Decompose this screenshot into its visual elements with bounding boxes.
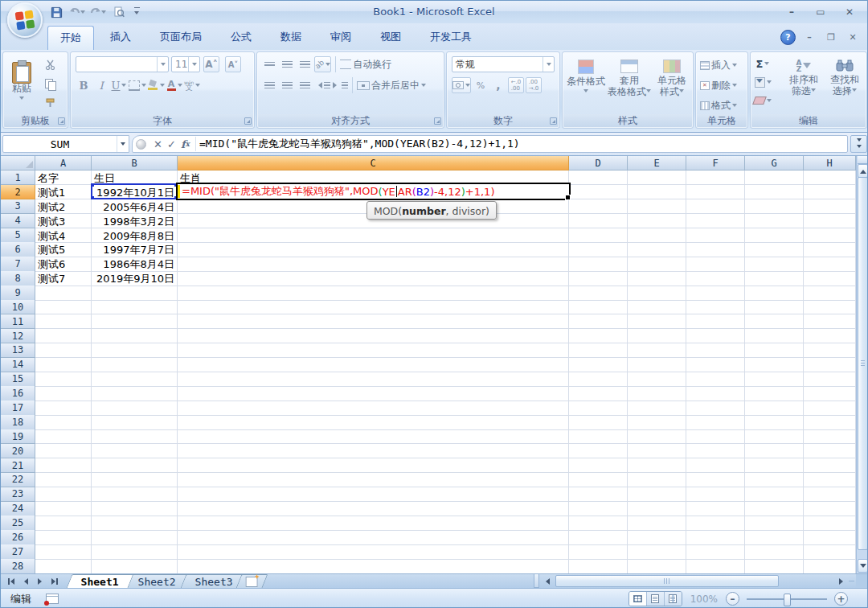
cell-E2[interactable]	[628, 185, 686, 199]
insert-function-button[interactable]: fx	[178, 137, 192, 151]
cell-B8[interactable]: 2019年9月10日	[92, 271, 178, 286]
cell-A17[interactable]	[35, 401, 92, 415]
cell-E13[interactable]	[628, 343, 686, 358]
normal-view-button[interactable]	[629, 592, 646, 606]
cell-F19[interactable]	[686, 429, 745, 444]
clipboard-dialog-launcher[interactable]	[58, 117, 65, 125]
cell-C14[interactable]	[178, 358, 569, 372]
cell-D11[interactable]	[569, 314, 628, 329]
decrease-decimal-button[interactable]: .00→.0	[526, 77, 542, 93]
cell-D13[interactable]	[569, 343, 628, 358]
cell-G23[interactable]	[745, 487, 804, 502]
qat-customize-button[interactable]	[131, 4, 142, 20]
row-header-8[interactable]: 8	[1, 271, 35, 286]
cell-E9[interactable]	[628, 286, 686, 300]
cell-A23[interactable]	[35, 487, 92, 502]
cell-B24[interactable]	[92, 502, 178, 516]
page-layout-view-button[interactable]	[646, 592, 664, 606]
cell-E5[interactable]	[628, 228, 686, 243]
row-header-27[interactable]: 27	[1, 544, 35, 559]
row-header-16[interactable]: 16	[1, 386, 35, 401]
cell-C20[interactable]	[178, 444, 569, 458]
workbook-close-button[interactable]: ✕	[845, 32, 861, 43]
scrollbar-split-handle[interactable]	[849, 581, 854, 581]
cell-H13[interactable]	[804, 343, 856, 358]
delete-cells-button[interactable]: ✕ 删除	[700, 77, 737, 93]
cell-H6[interactable]	[804, 242, 856, 257]
cell-H28[interactable]	[804, 559, 856, 573]
cell-B22[interactable]	[92, 473, 178, 487]
cell-D27[interactable]	[569, 544, 628, 559]
row-header-7[interactable]: 7	[1, 257, 35, 271]
cell-B13[interactable]	[92, 343, 178, 358]
cell-A15[interactable]	[35, 372, 92, 387]
cell-E12[interactable]	[628, 329, 686, 343]
cell-A18[interactable]	[35, 415, 92, 429]
row-header-25[interactable]: 25	[1, 516, 35, 530]
cell-D7[interactable]	[569, 257, 628, 271]
cell-H12[interactable]	[804, 329, 856, 343]
cell-C15[interactable]	[178, 372, 569, 387]
cell-G17[interactable]	[745, 401, 804, 415]
resize-grip[interactable]	[854, 594, 864, 604]
cell-D5[interactable]	[569, 228, 628, 243]
cell-H14[interactable]	[804, 358, 856, 372]
row-header-9[interactable]: 9	[1, 286, 35, 300]
cell-H24[interactable]	[804, 502, 856, 516]
cell-H1[interactable]	[804, 170, 856, 185]
cell-D25[interactable]	[569, 516, 628, 530]
cell-B23[interactable]	[92, 487, 178, 502]
cell-G11[interactable]	[745, 314, 804, 329]
cell-F27[interactable]	[686, 544, 745, 559]
cut-button[interactable]	[42, 56, 58, 72]
cell-A3[interactable]: 测试2	[35, 199, 92, 214]
align-bottom-button[interactable]	[297, 56, 313, 72]
row-header-20[interactable]: 20	[1, 444, 35, 458]
cell-A8[interactable]: 测试7	[35, 271, 92, 286]
column-header-C[interactable]: C	[178, 156, 569, 170]
fill-handle[interactable]	[565, 195, 571, 200]
cell-H2[interactable]	[804, 185, 856, 199]
row-header-18[interactable]: 18	[1, 415, 35, 429]
row-header-24[interactable]: 24	[1, 502, 35, 516]
cell-B6[interactable]: 1997年7月7日	[92, 242, 178, 257]
cell-E3[interactable]	[628, 199, 686, 214]
cancel-button[interactable]: ✕	[151, 137, 165, 151]
cell-A6[interactable]: 测试5	[35, 242, 92, 257]
cell-C16[interactable]	[178, 386, 569, 401]
cell-E6[interactable]	[628, 242, 686, 257]
ribbon-tab-8[interactable]: 开发工具	[417, 25, 485, 50]
cell-E21[interactable]	[628, 458, 686, 473]
cell-F15[interactable]	[686, 372, 745, 387]
font-color-button[interactable]: A	[166, 77, 182, 93]
cell-E4[interactable]	[628, 214, 686, 228]
cell-G3[interactable]	[745, 199, 804, 214]
cell-G24[interactable]	[745, 502, 804, 516]
cell-B18[interactable]	[92, 415, 178, 429]
cell-H15[interactable]	[804, 372, 856, 387]
cell-C21[interactable]	[178, 458, 569, 473]
vertical-scrollbar[interactable]	[856, 156, 868, 573]
first-sheet-button[interactable]	[4, 575, 18, 587]
maximize-button[interactable]: ▭	[809, 6, 832, 18]
cell-A9[interactable]	[35, 286, 92, 300]
cell-C11[interactable]	[178, 314, 569, 329]
cell-H25[interactable]	[804, 516, 856, 530]
cell-D1[interactable]	[569, 170, 628, 185]
cell-G4[interactable]	[745, 214, 804, 228]
font-name-combo[interactable]	[76, 56, 169, 72]
cell-A24[interactable]	[35, 502, 92, 516]
column-header-A[interactable]: A	[35, 156, 92, 170]
name-box[interactable]: SUM	[2, 135, 129, 153]
font-dialog-launcher[interactable]	[244, 117, 252, 125]
cell-D8[interactable]	[569, 271, 628, 286]
fill-color-button[interactable]	[148, 77, 165, 93]
row-header-6[interactable]: 6	[1, 242, 35, 257]
cell-D9[interactable]	[569, 286, 628, 300]
cell-F20[interactable]	[686, 444, 745, 458]
sheet-tab-1[interactable]: Sheet1	[67, 574, 134, 588]
cell-H17[interactable]	[804, 401, 856, 415]
decrease-indent-button[interactable]	[314, 77, 330, 93]
cell-D14[interactable]	[569, 358, 628, 372]
row-header-4[interactable]: 4	[1, 214, 35, 228]
